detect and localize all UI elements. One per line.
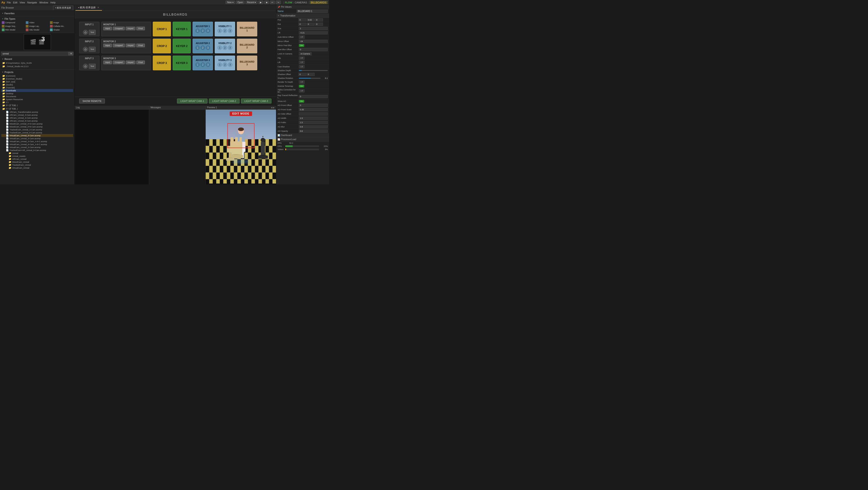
tree-item-arcam-unreal[interactable]: 📁ARCam_Unreal [1,157,73,160]
tree-item-mixedcam-38[interactable]: 📄MixedCam_Unreal_3+8-Cam.acomp [1,125,73,128]
monitor-2-input[interactable]: Input [103,43,112,47]
recent-item-0[interactable]: 📁 D:\Asymmetry1..\Q3u_SUZK [1,61,73,65]
prop-feet-blur-offset-value[interactable] [299,48,328,51]
prop-lift2-value[interactable]: Off [299,61,305,64]
favorites-title[interactable]: Favorites [1,12,73,15]
billboard-node-3[interactable]: BILLBOARD 3 [237,56,257,70]
recent-item-1[interactable]: 📁 ..\Virtual_Studio Art.2.5.3 [1,65,73,68]
tree-item-unreal[interactable]: 📁Unreal [1,152,73,155]
tree-item-trackedar[interactable]: 📄TrackedCam+AR_Unreal_8-Cam.acomp [1,149,73,152]
prop-shadow-offset-x[interactable] [298,73,306,76]
billboard-node-1[interactable]: BILLBOARD 1 [237,22,257,36]
tree-item-virtualcam-3a[interactable]: 📄VirtualCam_Unreal_3-Cam.acomp [1,137,73,140]
show-remote-button[interactable]: SHOW REMOTE [79,98,105,103]
visibility-3-btn-2[interactable]: 2 [223,62,227,67]
file-type-obj[interactable]: OBJ Model [25,28,49,31]
pos-x[interactable] [298,18,306,22]
visibility-3-btn-3[interactable]: 3 [228,62,232,67]
search-clear-button[interactable]: ✕ [69,52,73,56]
rot-z[interactable] [315,23,323,26]
tree-item-arcam-trans[interactable]: 📄ARCam_Transformation.acomp [1,111,73,114]
visibility-1-btn-3[interactable]: 3 [228,29,232,33]
projects-title[interactable]: Projects [1,70,73,74]
prop-ao-front-offset-value[interactable] [299,104,328,107]
adjuster-1-btn-3[interactable]: 3 [206,29,210,33]
recent-title[interactable]: Recent [1,57,73,61]
prop-alpha-correction-value[interactable]: Off [299,89,305,92]
tree-item-studio[interactable]: 📁[Studio] [1,83,73,86]
prop-render-to-depth-value[interactable]: Off [299,81,305,84]
billboards-button[interactable]: BILLBOARDS [309,1,328,4]
tree-item-c[interactable]: 📁C:\ [1,101,73,104]
input-2-power[interactable]: ⏻ [83,47,88,52]
tree-item-desktop[interactable]: 📁Desktop [1,92,73,95]
monitor-2-cropped[interactable]: Cropped [113,43,125,47]
tree-item-mixedcam-unreal[interactable]: 📁MixedCam_Unreal [1,160,73,163]
adjuster-2-btn-1[interactable]: 1 [195,45,200,50]
tree-item-mixedcam-33[interactable]: 📄MixedCam_Unreal_3+3-Cam.acomp [1,122,73,125]
pos-y[interactable] [307,18,315,22]
prop-ao-blur-value[interactable] [299,125,328,128]
monitor-3-input[interactable]: Input [103,61,112,64]
recent-button[interactable]: Recent ▾ [246,1,257,4]
tree-item-virtualcam-8ab[interactable]: 📄VirtualCam_Unreal_8-Cam_A-8-C.acomp [1,143,73,146]
crop-box-2[interactable]: CROP 2 [153,39,171,53]
light-wrap-cam2[interactable]: LIGHT WRAP CAM-2 [209,98,239,103]
input-1-test[interactable]: Test [89,30,96,35]
file-browser-tab-active[interactable]: • 棋局-世界选择 [53,6,73,10]
crop-box-3[interactable]: CROP 3 [153,56,171,70]
monitor-1-final[interactable]: Final [136,27,145,30]
visibility-2-btn-2[interactable]: 2 [223,45,227,50]
prop-lift-value[interactable] [299,31,328,34]
prop-shadow-depth-slider[interactable] [299,70,328,71]
tree-item-trackedcam-8[interactable]: 📄TrackedCam_Unreal_8-Cam.acomp [1,131,73,134]
visibility-2-btn-1[interactable]: 1 [217,45,222,50]
tree-item-virtualcam-8[interactable]: 📄VirtualCam_Unreal_8-Cam.acomp [1,134,73,137]
prop-ao-width-value[interactable] [299,117,328,120]
undo-button[interactable]: ↩ [270,1,275,4]
file-types-title[interactable]: File Types [1,17,73,21]
prop-show-ao-value[interactable]: On [299,100,304,102]
file-type-imageseq[interactable]: Image Seq.. [1,25,25,28]
tree-item-d[interactable]: 📁D:\ (扩充磁..) [1,104,73,107]
monitor-1-cropped[interactable]: Cropped [113,27,125,30]
tree-item-common-studio[interactable]: 📁[Common_Studio] [1,77,73,80]
visibility-2-btn-3[interactable]: 3 [228,45,232,50]
tree-item-n07[interactable]: 📁[N07_test] [1,80,73,83]
tree-item-downloads[interactable]: 📁Downloads [1,89,73,92]
menu-navigate[interactable]: Navigate [27,1,37,4]
tree-item-arcam-3[interactable]: 📄ARCam_Unreal_3-Cam.acomp [1,114,73,116]
flow-button[interactable]: FLOW [285,1,292,4]
tree-item-common[interactable]: 📁[Common] [1,74,73,77]
log-tab[interactable]: Log [76,106,80,109]
monitor-3-keyed[interactable]: Keyed [126,61,135,64]
prop-ao-front-scale-value[interactable] [299,108,328,111]
billboard-node-2[interactable]: BILLBOARD 2 [237,39,257,53]
crop-box-1[interactable]: CROP 1 [153,22,171,36]
adjuster-2-btn-3[interactable]: 3 [206,45,210,50]
menu-edit[interactable]: Edit [13,1,18,4]
prop-ao-opacity-value[interactable] [299,129,328,133]
input-3-power[interactable]: ⏻ [83,64,88,69]
adjuster-3-btn-3[interactable]: 3 [206,62,210,67]
keyer-box-3[interactable]: KEYER 3 [173,56,191,70]
menu-window[interactable]: Window [39,1,48,4]
rot-x[interactable] [298,23,306,26]
tree-item-virtualcam-3ab[interactable]: 📄VirtualCam_Unreal_3-Cam_A-8-C.acomp [1,140,73,143]
file-type-fbx[interactable]: FBX Model [1,28,25,31]
prop-look-at-camera-value[interactable]: At Camera [299,52,312,55]
play-button[interactable]: ▶ [258,1,264,4]
open-button[interactable]: Open [236,1,245,4]
header-tab-comp[interactable]: • 棋局-世界选择 ✕ [75,5,102,11]
adjuster-3-btn-2[interactable]: 2 [200,62,205,67]
name-value[interactable]: BILLBOARD 1 [297,9,328,13]
file-type-compound[interactable]: Compound [1,21,25,24]
messages-tab[interactable]: Messages [151,106,161,109]
new-button[interactable]: New ▾ [225,1,235,4]
monitor-2-final[interactable]: Final [136,43,145,47]
tree-item-arcam-8[interactable]: 📄ARCam_Unreal_8-Cam.acomp [1,119,73,122]
prop-cast-shadow-value[interactable]: Off [299,65,305,68]
visibility-1-btn-2[interactable]: 2 [223,29,227,33]
search-input[interactable] [1,52,69,56]
light-wrap-cam1[interactable]: LIGHT WRAP CAM-1 [177,98,208,103]
